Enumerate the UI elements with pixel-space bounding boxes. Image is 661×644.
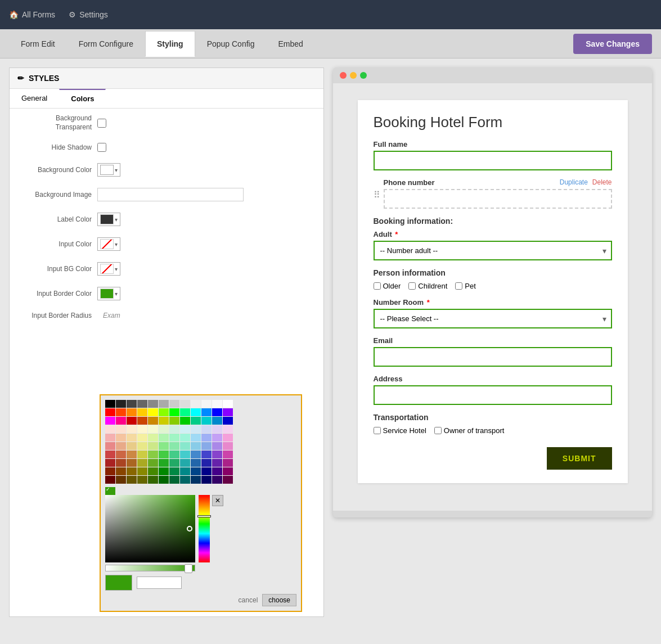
bg-color-btn[interactable]: ▾	[97, 163, 120, 177]
tab-form-configure[interactable]: Form Configure	[67, 31, 145, 57]
swatch-cell[interactable]	[127, 476, 137, 484]
picker-cancel-button[interactable]: cancel	[239, 594, 258, 606]
swatch-cell[interactable]	[223, 459, 233, 467]
all-forms-link[interactable]: 🏠 All Forms	[9, 10, 55, 19]
hide-shadow-checkbox[interactable]	[97, 143, 106, 152]
swatch-cell[interactable]	[169, 451, 179, 458]
swatch-cell[interactable]	[127, 459, 137, 467]
swatch-cell[interactable]	[223, 476, 233, 484]
address-input[interactable]	[374, 385, 612, 405]
swatch-cell[interactable]	[223, 442, 233, 450]
colors-tab[interactable]: Colors	[59, 89, 106, 108]
swatch-cell[interactable]	[116, 417, 126, 425]
swatch-cell[interactable]	[148, 434, 158, 442]
swatch-cell[interactable]	[201, 425, 212, 433]
swatch-cell[interactable]	[159, 459, 169, 467]
swatch-cell[interactable]	[105, 417, 115, 425]
swatch-cell[interactable]	[191, 476, 201, 484]
alpha-slider-handle[interactable]	[185, 564, 192, 573]
swatch-cell[interactable]	[212, 434, 222, 442]
swatch-cell[interactable]	[169, 467, 179, 475]
swatch-cell[interactable]	[116, 467, 126, 475]
swatch-cell[interactable]	[223, 400, 233, 408]
swatch-cell[interactable]	[127, 442, 137, 450]
swatch-cell[interactable]	[159, 476, 169, 484]
swatch-cell[interactable]	[116, 442, 126, 450]
swatch-cell[interactable]	[201, 417, 212, 425]
bg-transparent-checkbox[interactable]	[97, 119, 106, 128]
swatch-cell[interactable]	[180, 459, 190, 467]
swatch-cell[interactable]	[127, 400, 137, 408]
swatch-cell[interactable]	[105, 459, 115, 467]
swatch-cell[interactable]	[223, 451, 233, 458]
swatch-cell[interactable]	[169, 434, 179, 442]
swatch-cell[interactable]	[212, 459, 222, 467]
swatch-cell[interactable]	[191, 459, 201, 467]
swatch-cell[interactable]	[137, 434, 147, 442]
swatch-cell[interactable]	[191, 408, 201, 416]
children-checkbox[interactable]	[408, 282, 416, 290]
adult-select[interactable]: -- Number adult --	[374, 241, 612, 260]
swatch-cell[interactable]	[148, 467, 158, 475]
swatch-cell[interactable]	[159, 408, 169, 416]
swatch-cell[interactable]	[116, 476, 126, 484]
swatch-cell[interactable]	[212, 467, 222, 475]
swatch-cell[interactable]	[159, 417, 169, 425]
swatch-cell[interactable]	[127, 434, 137, 442]
swatch-cell[interactable]	[159, 442, 169, 450]
swatch-cell[interactable]	[137, 400, 147, 408]
hue-bar[interactable]	[199, 495, 210, 562]
full-name-input[interactable]	[374, 151, 612, 170]
tab-embed[interactable]: Embed	[266, 31, 314, 57]
label-color-btn[interactable]: ▾	[97, 213, 120, 226]
swatch-cell[interactable]	[191, 400, 201, 408]
swatch-cell[interactable]	[137, 467, 147, 475]
swatch-cell[interactable]	[169, 425, 179, 433]
swatch-cell[interactable]	[223, 467, 233, 475]
duplicate-link[interactable]: Duplicate	[560, 178, 588, 186]
swatch-cell[interactable]	[105, 408, 115, 416]
swatch-cell[interactable]	[180, 425, 190, 433]
input-border-color-btn[interactable]: ▾	[97, 287, 120, 300]
swatch-cell[interactable]	[148, 442, 158, 450]
swatch-cell[interactable]	[169, 442, 179, 450]
swatch-cell[interactable]	[169, 459, 179, 467]
owner-transport-checkbox[interactable]	[434, 427, 442, 434]
tab-popup-config[interactable]: Popup Config	[195, 31, 267, 57]
swatch-cell[interactable]	[127, 408, 137, 416]
swatch-cell[interactable]	[137, 417, 147, 425]
swatch-cell[interactable]	[137, 425, 147, 433]
swatch-cell[interactable]	[191, 451, 201, 458]
hex-input[interactable]: #379e0a	[137, 577, 182, 589]
swatch-cell[interactable]	[201, 442, 212, 450]
tab-form-edit[interactable]: Form Edit	[9, 31, 67, 57]
swatch-cell[interactable]	[180, 408, 190, 416]
swatch-cell[interactable]	[148, 425, 158, 433]
swatch-cell[interactable]	[137, 451, 147, 458]
swatch-cell[interactable]	[201, 408, 212, 416]
swatch-cell[interactable]	[148, 417, 158, 425]
swatch-cell[interactable]	[191, 467, 201, 475]
number-room-select[interactable]: -- Please Select --	[374, 309, 612, 328]
pet-checkbox[interactable]	[455, 282, 462, 290]
swatch-cell[interactable]	[116, 434, 126, 442]
swatch-cell[interactable]	[180, 451, 190, 458]
swatch-cell[interactable]	[223, 434, 233, 442]
swatch-cell[interactable]	[180, 476, 190, 484]
swatch-cell[interactable]	[169, 408, 179, 416]
swatch-cell[interactable]	[191, 425, 201, 433]
swatch-cell[interactable]	[116, 400, 126, 408]
swatch-cell[interactable]	[116, 425, 126, 433]
swatch-cell[interactable]	[127, 425, 137, 433]
swatch-cell[interactable]	[148, 459, 158, 467]
swatch-cell[interactable]	[201, 459, 212, 467]
gradient-area[interactable]	[105, 495, 195, 562]
swatch-cell[interactable]	[212, 417, 222, 425]
swatch-cell[interactable]	[159, 434, 169, 442]
swatch-cell[interactable]	[169, 400, 179, 408]
older-checkbox[interactable]	[374, 282, 381, 290]
bg-image-input[interactable]	[97, 188, 244, 201]
swatch-cell[interactable]	[127, 451, 137, 458]
picker-choose-button[interactable]: choose	[262, 594, 296, 606]
swatch-cell[interactable]	[212, 451, 222, 458]
